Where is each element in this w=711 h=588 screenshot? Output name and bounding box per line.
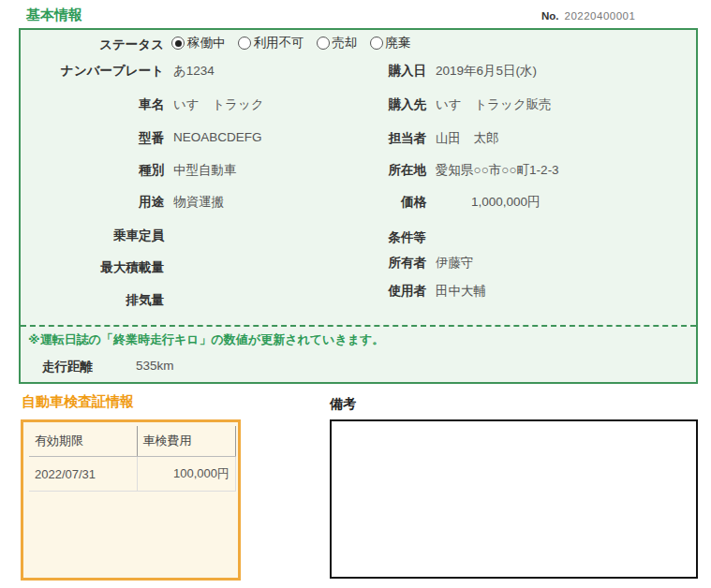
field-label-model-number: 型番	[28, 130, 164, 147]
mileage-value: 535km	[136, 359, 174, 373]
record-number: No.20220400001	[541, 10, 635, 22]
mileage-note: ※運転日誌の「終業時走行キロ」の数値が更新されていきます。	[28, 331, 384, 348]
field-label-location: 所在地	[309, 162, 426, 179]
field-value-usage: 物資運搬	[173, 194, 224, 211]
field-label-purchase-date: 購入日	[309, 63, 426, 80]
inspection-panel: 有効期限 車検費用 2022/07/31 100,000円	[21, 419, 241, 581]
field-value-owner: 伊藤守	[436, 255, 474, 272]
field-value-category: 中型自動車	[173, 162, 237, 179]
field-label-max-load: 最大積載量	[28, 259, 164, 276]
field-label-purchase-source: 購入先	[309, 96, 426, 113]
field-value-model-number: NEOABCDEFG	[173, 130, 262, 144]
field-label-owner: 所有者	[309, 255, 426, 272]
record-number-label: No.	[541, 10, 559, 22]
dashed-divider	[21, 325, 696, 327]
inspection-header-expiry: 有効期限	[29, 426, 137, 457]
field-label-conditions: 条件等	[309, 229, 426, 246]
status-radio-group: 稼働中 利用不可 売却 廃棄	[171, 35, 423, 51]
inspection-cell-cost: 100,000円	[137, 457, 236, 492]
radio-icon[interactable]	[370, 37, 383, 50]
status-option-active[interactable]: 稼働中	[171, 35, 226, 51]
mileage-label: 走行距離	[42, 359, 93, 375]
field-label-vehicle-name: 車名	[28, 96, 164, 113]
inspection-header-cost: 車検費用	[137, 426, 236, 457]
field-label-category: 種別	[28, 162, 164, 179]
inspection-table-header-row: 有効期限 車検費用	[29, 426, 236, 457]
field-value-person-in-charge: 山田 太郎	[436, 130, 499, 147]
field-value-purchase-source: いすゞトラック販売	[436, 96, 552, 113]
field-label-usage: 用途	[28, 194, 164, 211]
field-label-capacity: 乗車定員	[28, 228, 164, 244]
status-option-sold[interactable]: 売却	[317, 35, 358, 51]
status-option-unavailable[interactable]: 利用不可	[238, 35, 304, 51]
vehicle-detail-page: 基本情報 No.20220400001 ステータス 稼働中 利用不可 売却 廃棄	[0, 0, 711, 588]
status-option-label: 廃棄	[386, 35, 411, 51]
inspection-table-row: 2022/07/31 100,000円	[29, 457, 236, 492]
field-label-number-plate: ナンバープレート	[28, 63, 164, 80]
remarks-label: 備考	[330, 396, 356, 413]
inspection-info-title: 自動車検査証情報	[22, 393, 134, 411]
status-option-label: 利用不可	[254, 35, 304, 51]
radio-icon[interactable]	[317, 37, 330, 50]
inspection-cell-expiry: 2022/07/31	[29, 457, 137, 492]
field-value-vehicle-name: いすゞトラック	[173, 96, 264, 113]
basic-info-panel: ステータス 稼働中 利用不可 売却 廃棄 ナンバープレート あ1234 車名 い…	[19, 28, 698, 384]
status-option-label: 売却	[333, 35, 358, 51]
status-option-label: 稼働中	[187, 35, 226, 51]
field-value-purchase-date: 2019年6月5日(水)	[436, 63, 537, 80]
status-option-scrapped[interactable]: 廃棄	[370, 35, 411, 51]
inspection-table: 有効期限 車検費用 2022/07/31 100,000円	[29, 426, 236, 492]
radio-icon[interactable]	[238, 37, 251, 50]
remarks-box	[330, 419, 698, 579]
field-value-user: 田中大輔	[436, 283, 486, 300]
field-label-user: 使用者	[309, 283, 426, 300]
status-label: ステータス	[28, 37, 164, 53]
field-label-person-in-charge: 担当者	[309, 130, 426, 147]
field-value-price: 1,000,000円	[471, 194, 541, 211]
field-label-displacement: 排気量	[28, 292, 164, 309]
field-value-number-plate: あ1234	[173, 63, 215, 80]
field-value-location: 愛知県○○市○○町1-2-3	[436, 162, 559, 179]
basic-info-title: 基本情報	[26, 7, 82, 24]
record-number-value: 20220400001	[565, 10, 636, 22]
radio-icon[interactable]	[171, 37, 185, 50]
field-label-price: 価格	[309, 194, 426, 211]
